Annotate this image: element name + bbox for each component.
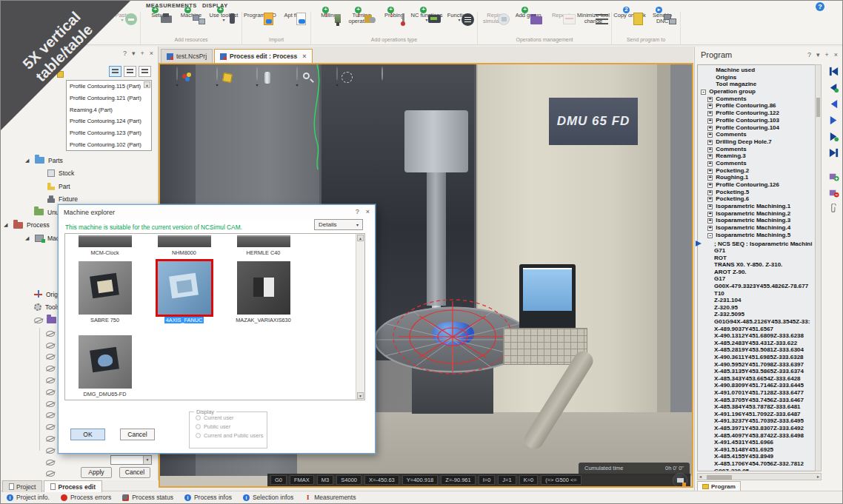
expander-icon[interactable]: + [707,118,713,124]
expander-icon[interactable]: + [707,154,713,159]
tab-process-edit[interactable]: Process edit : Process × [214,49,312,63]
gcode-line[interactable]: X-485.343Y453.6654Z-333.6428 [714,375,818,383]
panel-pin-icon[interactable]: + [824,51,828,58]
next-breakpoint-icon[interactable] [828,131,839,142]
program-tree-item[interactable]: + Profile Contouring.86 [707,102,818,110]
minimize-tool-change-button[interactable]: Minimize tool change [577,12,610,25]
stock-display-button[interactable]: ▾ [206,67,228,87]
list-view-toggle-3[interactable] [139,66,151,77]
expander-icon[interactable]: + [707,212,713,217]
gcode-line[interactable]: X-490.5952Y451.7098Z-333.6397 [714,361,818,369]
program-tree-item[interactable]: + Reaming.3 [707,152,818,160]
previous-breakpoint-icon[interactable] [828,82,839,93]
gcode-line[interactable]: G00Z-320.95 [714,468,818,472]
expander-icon[interactable]: + [707,169,713,174]
replay-simulation-button[interactable]: Replay simulation [479,12,512,25]
machine-item[interactable]: HERMLE C40 [224,235,303,256]
program-tree-item[interactable]: + Isoparametric Machining.1 [707,203,818,210]
machine-item[interactable]: DMG_DMU65-FD [65,335,144,397]
help-icon[interactable]: ? [816,2,824,11]
tab-test-ncsprj[interactable]: test.NcsPrj [161,49,213,63]
dialog-close-icon[interactable]: × [366,208,370,215]
list-view-toggle-2[interactable] [124,66,136,77]
display-modes-button[interactable]: ▾ [166,67,188,87]
status-bar-item[interactable]: Measurements [304,494,356,501]
program-tree-item[interactable]: + Isoparametric Machining.3 [707,217,818,224]
tree-item-part[interactable]: Part [1,180,158,193]
gcode-line[interactable]: X-485.4155Y453.8949 [714,453,818,460]
machine-list-scrollbar[interactable]: ▲ ▼ [356,234,364,400]
gcode-line[interactable]: ; NCS SEQ : Isoparametric Machini [714,241,818,248]
probing-button[interactable]: Probing [378,12,410,19]
panel-close-icon[interactable]: × [834,51,838,58]
program-tree-item[interactable]: + Pocketing.5 [707,189,818,196]
expander-icon[interactable]: ◢ [25,235,31,241]
gcode-line[interactable]: AROT Z-90. [714,269,818,276]
program-tree-item[interactable]: + Pocketing.6 [707,195,818,203]
gcode-line[interactable]: G71 [714,247,818,255]
expander-icon[interactable]: + [707,175,713,181]
gcode-line[interactable]: X-485.3971Y453.8307Z-333.6492 [714,425,818,432]
play-forward-icon[interactable] [828,115,839,126]
remove-operation-icon[interactable] [828,187,839,198]
scroll-up-icon[interactable]: ▲ [144,81,150,88]
program-tree-item[interactable]: Machine used [707,67,818,74]
details-dropdown[interactable]: Details ▾ [314,219,363,230]
tree-item-stock[interactable]: Stock [1,167,158,181]
scroll-up-icon[interactable]: ▲ [357,235,364,241]
operation-list-item[interactable]: Profile Contouring.115 (Part) [67,81,151,93]
operation-list-item[interactable]: Profile Contouring.121 (Part) [67,93,151,104]
scroll-left-icon[interactable]: ◄ [699,474,702,479]
program-tree-item[interactable]: + Profile Contouring.104 [707,124,818,132]
program-tree-item[interactable]: + Pocketing.2 [707,167,818,175]
machine-item[interactable]: NHM8000 [144,235,224,256]
expander-icon[interactable]: + [707,226,713,231]
program-bottom-tab[interactable]: Program [697,481,741,491]
panel-help-icon[interactable]: ? [123,50,127,57]
zoom-button[interactable]: ▾ [286,67,308,87]
gcode-line[interactable]: TRANS X0. Y-850. Z-310. [714,261,818,269]
add-operation-icon[interactable] [828,171,839,182]
program-tree-item[interactable]: Origins [707,74,818,81]
panel-help-icon[interactable]: ? [807,51,811,58]
gcode-line[interactable]: ROT [714,255,818,262]
program-tree-item[interactable]: + Isoparametric Machining.2 [707,210,818,218]
expander-icon[interactable]: ◢ [4,222,10,228]
expander-icon[interactable]: + [707,197,713,202]
expander-icon[interactable]: + [707,218,713,224]
gcode-line[interactable]: X-485.2819Y453.5081Z-333.6304 [714,346,818,354]
operation-list-item[interactable]: Profile Contouring.124 (Part) [67,115,151,127]
program-tree-item[interactable]: + Comments [707,95,818,103]
panel-close-icon[interactable]: × [150,50,153,57]
expander-icon[interactable]: - [701,90,706,95]
dialog-title-bar[interactable]: Machine explorer ? × [59,205,375,220]
gcode-line[interactable]: X-485.384Y453.7878Z-333.6481 [714,403,818,411]
program-tree-item[interactable]: - Isoparametric Machining.5 [707,232,818,239]
send-to-dnc-button[interactable]: Send to DNC [646,12,679,25]
gcode-line[interactable]: X-491.5148Y451.6925 [714,446,818,454]
status-bar-item[interactable]: Selection infos [243,494,293,501]
machine-item[interactable]: SABRE 750 [65,261,144,323]
program-tree-item[interactable]: - Operation group [701,88,818,95]
tab-display[interactable]: DISPLAY [202,2,228,9]
scroll-right-icon[interactable]: ► [816,474,820,479]
expander-icon[interactable]: + [707,126,713,131]
gcode-line[interactable]: X-491.0701Y451.7128Z-333.6477 [714,389,818,397]
gcode-line[interactable]: X-485.3135Y453.5865Z-333.6374 [714,368,818,375]
program-tree-item[interactable]: + Isoparametric Machining.4 [707,224,818,232]
gcode-line[interactable]: X-491.196Y451.7092Z-333.6487 [714,411,818,418]
dialog-cancel-button[interactable]: Cancel [120,429,155,440]
expander-icon[interactable]: + [707,147,713,152]
program-horizontal-scrollbar[interactable]: ◄ ► [697,473,822,480]
scroll-down-icon[interactable]: ▼ [357,392,364,399]
attach-file-icon[interactable] [828,204,839,215]
program-tree-item[interactable]: + Drilling Deep Hole.7 [707,138,818,146]
gcode-line[interactable]: X-485.1706Y454.7056Z-332.7812 [714,460,818,468]
gcode-line[interactable]: Z-332.5095 [714,311,818,318]
gcode-line[interactable]: X-485.4097Y453.8742Z-333.6498 [714,432,818,440]
operation-list-item[interactable]: Profile Contouring.123 (Part) [67,127,151,139]
status-bar-item[interactable]: Process status [122,494,173,501]
gcode-line[interactable]: Z-320.95 [714,304,818,312]
use-tool-list-button[interactable]: Use tool list ▾ [207,12,240,22]
expander-icon[interactable]: + [707,104,713,109]
